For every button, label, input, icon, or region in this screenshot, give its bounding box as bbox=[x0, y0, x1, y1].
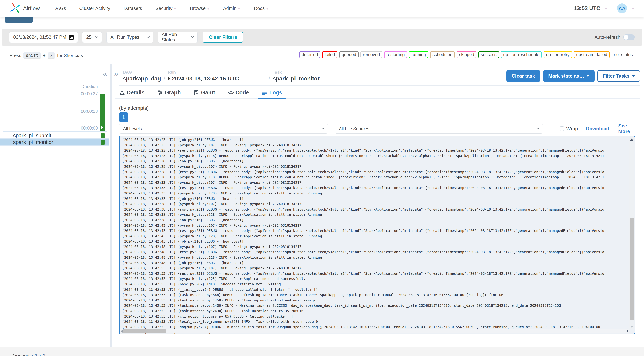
slash-key: / bbox=[48, 53, 55, 58]
status-badge-up-for-retry[interactable]: up_for_retry bbox=[544, 51, 572, 58]
tab-label: Details bbox=[127, 90, 144, 96]
breadcrumb-task[interactable]: Task spark_pi_monitor bbox=[273, 70, 320, 82]
status-badge-upstream-failed[interactable]: upstream_failed bbox=[574, 51, 610, 58]
nav-item-label: Datasets bbox=[124, 6, 142, 11]
collapse-sidebar-button[interactable]: « bbox=[103, 70, 107, 78]
status-legend: deferredfailedqueuedremovedrestartingrun… bbox=[299, 51, 635, 58]
task-name: spark_pi_submit bbox=[13, 132, 51, 138]
clear-filters-button[interactable]: Clear Filters bbox=[203, 32, 243, 43]
chevron-down-icon bbox=[147, 35, 150, 38]
run-types-select[interactable]: All Run Types bbox=[106, 32, 153, 43]
log-line: [2024-03-18, 13:42:48 UTC] {pyspark_pi.p… bbox=[122, 255, 634, 260]
shortcuts-hint: Press shift + / for Shortcuts bbox=[10, 53, 83, 58]
nav-item-dags[interactable]: DAGs bbox=[54, 6, 66, 11]
scroll-up-icon[interactable] bbox=[630, 138, 633, 141]
download-link[interactable]: Download bbox=[586, 126, 609, 131]
breadcrumb-dag[interactable]: DAG sparkapp_dag bbox=[123, 70, 161, 82]
status-badge-no-status[interactable]: no_status bbox=[612, 51, 635, 58]
horizontal-scrollbar[interactable] bbox=[120, 329, 629, 333]
tab-gantt[interactable]: Gantt bbox=[190, 87, 219, 99]
status-badge-removed[interactable]: removed bbox=[360, 51, 382, 58]
see-more-link[interactable]: See More bbox=[618, 123, 640, 134]
horizontal-scroll-thumb[interactable] bbox=[124, 329, 166, 333]
chart-baseline bbox=[4, 131, 107, 132]
status-badge-deferred[interactable]: deferred bbox=[299, 51, 320, 58]
nav-item-label: DAGs bbox=[54, 6, 66, 11]
task-status-square-success[interactable] bbox=[100, 140, 105, 145]
log-output[interactable]: [2024-03-18, 13:42:23 UTC] {job.py:216} … bbox=[119, 136, 635, 334]
log-line: [2024-03-18, 13:42:48 UTC] {job.py:216} … bbox=[122, 260, 634, 266]
status-badge-running[interactable]: running bbox=[409, 51, 428, 58]
scroll-right-icon[interactable] bbox=[627, 330, 629, 332]
tab-label: Logs bbox=[269, 90, 282, 96]
log-level-value: All Levels bbox=[123, 126, 142, 131]
status-badge-failed[interactable]: failed bbox=[322, 51, 338, 58]
status-badge-up-for-reschedule[interactable]: up_for_reschedule bbox=[501, 51, 542, 58]
attempt-1-button[interactable]: 1 bbox=[119, 112, 128, 122]
task-value[interactable]: spark_pi_monitor bbox=[273, 75, 320, 82]
page-size-select[interactable]: 25 bbox=[82, 32, 102, 43]
nav-item-docs[interactable]: Docs bbox=[254, 6, 269, 11]
breadcrumb-run[interactable]: Run 2024-03-18, 13:42:16 UTC bbox=[168, 70, 266, 82]
tab-code[interactable]: <>Code bbox=[224, 87, 253, 99]
dag-value[interactable]: sparkapp_dag bbox=[123, 75, 161, 82]
log-line: [2024-03-18, 13:42:23 UTC] {pyspark_pi.p… bbox=[122, 153, 634, 159]
nav-item-cluster-activity[interactable]: Cluster Activity bbox=[79, 6, 110, 11]
status-badge-success[interactable]: success bbox=[478, 51, 499, 58]
log-line: [2024-03-18, 13:42:33 UTC] {rest.py:231}… bbox=[122, 185, 634, 191]
base-date-input[interactable]: 03/18/2024, 01:52:47 PM bbox=[9, 32, 78, 43]
task-row-spark-pi-monitor[interactable]: spark_pi_monitor bbox=[0, 139, 109, 146]
status-badge-scheduled[interactable]: scheduled bbox=[430, 51, 455, 58]
filter-tasks-button[interactable]: Filter Tasks bbox=[597, 70, 640, 82]
log-line: [2024-03-18, 13:42:53 UTC] {__init__.py:… bbox=[122, 287, 634, 292]
log-line: [2024-03-18, 13:42:53 UTC] {taskinstance… bbox=[122, 298, 634, 303]
avatar[interactable]: AA bbox=[617, 4, 627, 13]
task-status-square-success[interactable] bbox=[100, 133, 105, 138]
version-link[interactable]: v2.7.2 bbox=[32, 353, 46, 356]
run-states-select[interactable]: All Run States bbox=[158, 32, 198, 43]
nav-item-browse[interactable]: Browse bbox=[190, 6, 210, 11]
wrap-checkbox[interactable] bbox=[560, 126, 564, 131]
auto-refresh-toggle[interactable] bbox=[623, 35, 635, 40]
status-badge-restarting[interactable]: restarting bbox=[384, 51, 407, 58]
mark-state-button[interactable]: Mark state as… bbox=[543, 70, 594, 82]
breadcrumb-separator: / bbox=[164, 76, 165, 81]
file-source-select[interactable]: All File Sources bbox=[335, 124, 543, 134]
cut-off-dark-button[interactable] bbox=[5, 17, 33, 23]
log-level-select[interactable]: All Levels bbox=[119, 124, 328, 134]
code-icon: <> bbox=[228, 90, 234, 96]
shortcuts-suffix: for Shortcuts bbox=[57, 53, 83, 58]
utc-clock[interactable]: 13:52 UTC bbox=[574, 5, 600, 12]
tab-logs[interactable]: Logs bbox=[258, 87, 286, 99]
log-line: [2024-03-18, 13:42:38 UTC] {job.py:216} … bbox=[122, 218, 634, 223]
graph-icon bbox=[157, 90, 163, 96]
expand-sidebar-button[interactable]: » bbox=[114, 70, 118, 78]
run-value[interactable]: 2024-03-18, 13:42:16 UTC bbox=[168, 75, 266, 82]
tab-details[interactable]: Details bbox=[115, 87, 148, 99]
nav-item-label: Browse bbox=[190, 6, 206, 11]
nav-item-admin[interactable]: Admin bbox=[223, 6, 241, 11]
scroll-left-icon[interactable] bbox=[121, 330, 122, 332]
breadcrumb: DAG sparkapp_dag / Run 2024-03-18, 13:42… bbox=[123, 70, 320, 82]
nav-item-datasets[interactable]: Datasets bbox=[124, 6, 142, 11]
wrap-toggle[interactable]: Wrap bbox=[560, 126, 578, 131]
airflow-brand[interactable]: Airflow bbox=[10, 2, 40, 15]
vertical-scrollbar[interactable] bbox=[629, 136, 634, 329]
status-badge-skipped[interactable]: skipped bbox=[456, 51, 476, 58]
shortcuts-press: Press bbox=[10, 53, 21, 58]
calendar-icon[interactable] bbox=[69, 35, 74, 40]
tab-graph[interactable]: Graph bbox=[153, 87, 184, 99]
top-navbar: Airflow DAGsCluster ActivityDatasetsSecu… bbox=[0, 0, 644, 17]
task-detail-panel: » DAG sparkapp_dag / Run 2024-03-18, 13:… bbox=[114, 64, 640, 347]
nav-menu: DAGsCluster ActivityDatasetsSecurityBrow… bbox=[54, 6, 269, 11]
task-row-spark-pi-submit[interactable]: spark_pi_submit bbox=[0, 132, 109, 139]
status-badge-queued[interactable]: queued bbox=[339, 51, 358, 58]
sidebar-divider[interactable] bbox=[110, 64, 112, 347]
duration-bar[interactable] bbox=[100, 94, 105, 131]
chevron-down-icon bbox=[586, 75, 589, 77]
clear-task-button[interactable]: Clear task bbox=[506, 70, 540, 82]
scroll-down-icon[interactable] bbox=[630, 326, 633, 328]
nav-item-security[interactable]: Security bbox=[156, 6, 177, 11]
vertical-scroll-thumb[interactable] bbox=[630, 218, 634, 320]
auto-refresh-control: Auto-refresh bbox=[594, 35, 635, 40]
